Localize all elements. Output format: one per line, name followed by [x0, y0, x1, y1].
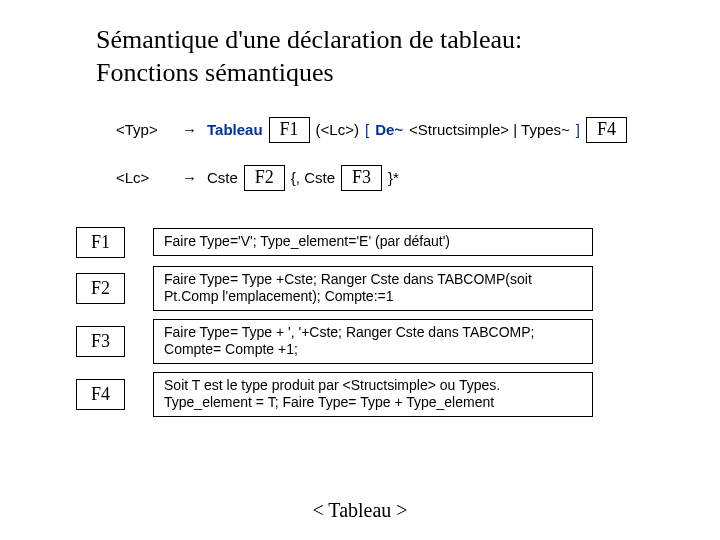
- def-text-cell: Faire Type= Type +Cste; Ranger Cste dans…: [153, 266, 593, 311]
- action-f4: F4: [586, 117, 627, 143]
- def-label-cell: F4: [76, 372, 153, 417]
- def-label-f2: F2: [76, 273, 125, 304]
- def-text-f4: Soit T est le type produit par <Structsi…: [153, 372, 593, 417]
- def-text-cell: Faire Type= Type + ', '+Cste; Ranger Cst…: [153, 319, 593, 364]
- keyword-cste: Cste: [207, 169, 238, 186]
- rule-typ: <Typ> → Tableau F1 (<Lc>) [De~<Structsim…: [116, 117, 672, 143]
- definitions-table: F1 Faire Type='V'; Type_element='E' (par…: [76, 219, 593, 425]
- rule-lhs: <Lc>: [116, 169, 176, 186]
- def-text-f1: Faire Type='V'; Type_element='E' (par dé…: [153, 228, 593, 256]
- title-line-2: Fonctions sémantiques: [96, 58, 334, 87]
- definition-row: F4 Soit T est le type produit par <Struc…: [76, 372, 593, 417]
- definition-row: F3 Faire Type= Type + ', '+Cste; Ranger …: [76, 319, 593, 364]
- grammar-rules: <Typ> → Tableau F1 (<Lc>) [De~<Structsim…: [116, 117, 672, 191]
- action-f2: F2: [244, 165, 285, 191]
- bracket-open: [: [365, 121, 369, 138]
- action-f1: F1: [269, 117, 310, 143]
- bracket-close: ]: [576, 121, 580, 138]
- definition-row: F1 Faire Type='V'; Type_element='E' (par…: [76, 227, 593, 258]
- def-label-cell: F1: [76, 227, 153, 258]
- definition-row: F2 Faire Type= Type +Cste; Ranger Cste d…: [76, 266, 593, 311]
- keyword-de: De~: [375, 121, 403, 138]
- slide: Sémantique d'une déclaration de tableau:…: [0, 0, 720, 425]
- rule-lc: <Lc> → Cste F2 {, Cste F3 }*: [116, 165, 672, 191]
- def-text-cell: Faire Type='V'; Type_element='E' (par dé…: [153, 227, 593, 258]
- slide-footer: < Tableau >: [0, 499, 720, 522]
- def-label-cell: F2: [76, 266, 153, 311]
- def-label-f4: F4: [76, 379, 125, 410]
- arrow-icon: →: [182, 169, 197, 186]
- def-text-f3: Faire Type= Type + ', '+Cste; Ranger Cst…: [153, 319, 593, 364]
- arrow-icon: →: [182, 121, 197, 138]
- def-label-f3: F3: [76, 326, 125, 357]
- def-text-f2: Faire Type= Type +Cste; Ranger Cste dans…: [153, 266, 593, 311]
- keyword-tableau: Tableau: [207, 121, 263, 138]
- def-label-f1: F1: [76, 227, 125, 258]
- action-f3: F3: [341, 165, 382, 191]
- rule-lhs: <Typ>: [116, 121, 176, 138]
- rule-text: {, Cste: [291, 169, 335, 186]
- rule-text: }*: [388, 169, 399, 186]
- rule-text: (<Lc>): [316, 121, 359, 138]
- slide-title: Sémantique d'une déclaration de tableau:…: [96, 24, 672, 89]
- def-text-cell: Soit T est le type produit par <Structsi…: [153, 372, 593, 417]
- def-label-cell: F3: [76, 319, 153, 364]
- title-line-1: Sémantique d'une déclaration de tableau:: [96, 25, 522, 54]
- rule-text: <Structsimple> | Types~: [409, 121, 570, 138]
